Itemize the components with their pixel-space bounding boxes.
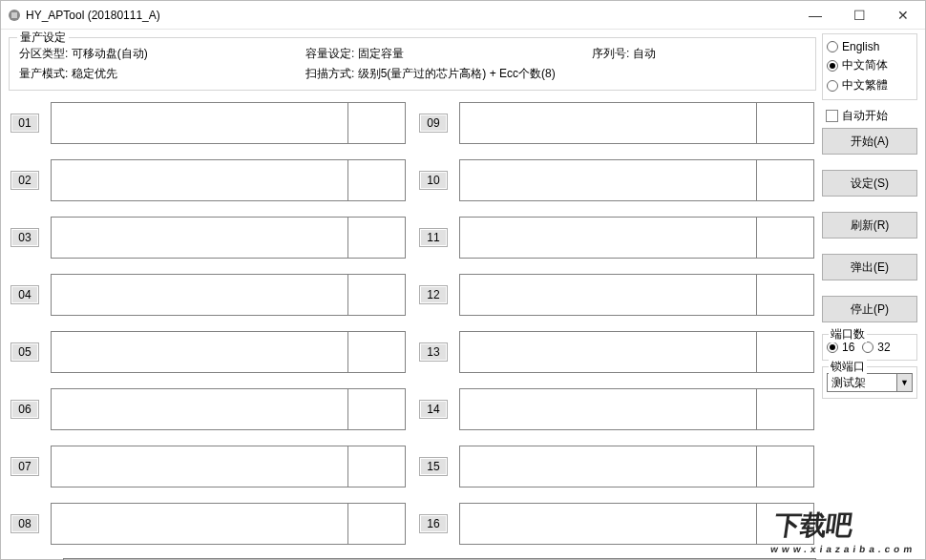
slot-button-14[interactable]: 14 bbox=[419, 400, 448, 419]
slot-button-11[interactable]: 11 bbox=[419, 228, 448, 247]
slot-field-main[interactable] bbox=[459, 217, 757, 259]
slot-row: 08 bbox=[11, 503, 406, 545]
slot-button-10[interactable]: 10 bbox=[419, 171, 448, 190]
slot-field-aux[interactable] bbox=[348, 102, 406, 144]
window-title: HY_APTool (20180111_A) bbox=[26, 9, 160, 22]
slot-field-main[interactable] bbox=[459, 159, 757, 201]
partition-type-label: 分区类型: 可移动盘(自动) bbox=[19, 46, 305, 62]
slot-field-aux[interactable] bbox=[348, 159, 406, 201]
chevron-down-icon[interactable]: ▼ bbox=[896, 374, 912, 391]
slot-field-aux[interactable] bbox=[757, 388, 814, 430]
slot-row: 11 bbox=[419, 217, 814, 259]
slot-row: 09 bbox=[419, 102, 814, 144]
slot-field-aux[interactable] bbox=[348, 274, 406, 316]
start-button[interactable]: 开始(A) bbox=[822, 128, 917, 155]
radio-icon bbox=[827, 60, 838, 72]
slot-field-main[interactable] bbox=[459, 388, 757, 430]
minimize-button[interactable]: — bbox=[793, 1, 837, 30]
close-button[interactable]: ✕ bbox=[881, 1, 925, 30]
slot-button-03[interactable]: 03 bbox=[11, 228, 39, 247]
settings-group: 量产设定 分区类型: 可移动盘(自动) 容量设定: 固定容量 序列号: 自动 量… bbox=[9, 37, 816, 91]
slot-field-aux[interactable] bbox=[757, 102, 814, 144]
slot-field-aux[interactable] bbox=[348, 388, 406, 430]
port-32[interactable]: 32 bbox=[862, 341, 890, 354]
lang-english-label: English bbox=[842, 40, 879, 53]
slot-field-aux[interactable] bbox=[348, 331, 406, 373]
stop-button[interactable]: 停止(P) bbox=[822, 296, 917, 322]
slot-row: 15 bbox=[419, 446, 814, 487]
slot-field-main[interactable] bbox=[459, 446, 757, 487]
slot-row: 16 bbox=[419, 503, 814, 545]
slot-button-04[interactable]: 04 bbox=[11, 285, 39, 304]
scan-label: 扫描方式: 级别5(量产过的芯片高格) + Ecc个数(8) bbox=[305, 66, 806, 82]
slot-field-aux[interactable] bbox=[757, 159, 814, 201]
slot-field-main[interactable] bbox=[51, 217, 348, 259]
slot-field-main[interactable] bbox=[51, 503, 348, 545]
auto-start-label: 自动开始 bbox=[842, 108, 888, 124]
lang-traditional[interactable]: 中文繁體 bbox=[827, 77, 913, 93]
slot-row: 02 bbox=[11, 159, 406, 201]
slots-grid: 0102030405060708 0910111213141516 bbox=[9, 102, 816, 545]
lang-english[interactable]: English bbox=[827, 40, 913, 53]
port-legend: 端口数 bbox=[829, 326, 867, 342]
slot-button-07[interactable]: 07 bbox=[11, 457, 39, 476]
port-16-label: 16 bbox=[842, 341, 854, 354]
slot-button-12[interactable]: 12 bbox=[419, 285, 448, 304]
slot-button-05[interactable]: 05 bbox=[11, 342, 39, 362]
slot-button-02[interactable]: 02 bbox=[11, 171, 39, 190]
slot-row: 04 bbox=[11, 274, 406, 316]
setting-button[interactable]: 设定(S) bbox=[822, 170, 917, 197]
lock-port-combo[interactable]: 测试架 ▼ bbox=[827, 373, 913, 392]
slot-field-aux[interactable] bbox=[757, 217, 814, 259]
lang-traditional-label: 中文繁體 bbox=[842, 77, 888, 93]
slot-button-06[interactable]: 06 bbox=[11, 400, 39, 419]
slot-row: 03 bbox=[11, 217, 406, 259]
title-bar: HY_APTool (20180111_A) — ☐ ✕ bbox=[1, 1, 925, 30]
slot-field-aux[interactable] bbox=[757, 274, 814, 316]
slot-row: 06 bbox=[11, 388, 406, 430]
slot-row: 14 bbox=[419, 388, 814, 430]
refresh-button[interactable]: 刷新(R) bbox=[822, 212, 917, 239]
slot-field-main[interactable] bbox=[459, 102, 757, 144]
slot-field-main[interactable] bbox=[459, 274, 757, 316]
slot-button-13[interactable]: 13 bbox=[419, 342, 448, 362]
slot-button-16[interactable]: 16 bbox=[419, 514, 448, 533]
language-group: English 中文简体 中文繁體 bbox=[822, 33, 917, 100]
lang-simplified-label: 中文简体 bbox=[842, 57, 888, 73]
refresh-button-label: 刷新(R) bbox=[851, 218, 890, 234]
svg-rect-1 bbox=[11, 12, 17, 18]
slot-button-01[interactable]: 01 bbox=[11, 114, 39, 133]
slot-field-aux[interactable] bbox=[348, 217, 406, 259]
slot-field-main[interactable] bbox=[51, 446, 348, 487]
slot-field-main[interactable] bbox=[51, 274, 348, 316]
slot-field-main[interactable] bbox=[51, 331, 348, 373]
slot-row: 05 bbox=[11, 331, 406, 373]
slot-button-15[interactable]: 15 bbox=[419, 457, 448, 476]
lock-port-value: 测试架 bbox=[828, 374, 896, 391]
eject-button[interactable]: 弹出(E) bbox=[822, 254, 917, 280]
setting-button-label: 设定(S) bbox=[851, 176, 889, 192]
slot-button-08[interactable]: 08 bbox=[11, 514, 39, 533]
slot-field-main[interactable] bbox=[51, 388, 348, 430]
lang-simplified[interactable]: 中文简体 bbox=[827, 57, 913, 73]
slot-row: 13 bbox=[419, 331, 814, 373]
maximize-button[interactable]: ☐ bbox=[837, 1, 881, 30]
slot-field-main[interactable] bbox=[459, 331, 757, 373]
slot-field-aux[interactable] bbox=[348, 446, 406, 487]
capacity-label: 容量设定: 固定容量 bbox=[305, 46, 592, 62]
auto-start-checkbox[interactable]: 自动开始 bbox=[822, 108, 917, 124]
settings-legend: 量产设定 bbox=[17, 30, 69, 46]
slot-row: 07 bbox=[11, 446, 406, 487]
radio-icon bbox=[862, 342, 873, 353]
port-16[interactable]: 16 bbox=[827, 341, 854, 354]
slot-field-aux[interactable] bbox=[348, 503, 406, 545]
slot-field-aux[interactable] bbox=[757, 331, 814, 373]
slot-field-aux[interactable] bbox=[757, 446, 814, 487]
slot-field-aux[interactable] bbox=[757, 503, 814, 545]
slot-button-09[interactable]: 09 bbox=[419, 114, 448, 133]
port-32-label: 32 bbox=[877, 341, 890, 354]
radio-icon bbox=[827, 80, 838, 92]
slot-field-main[interactable] bbox=[51, 102, 348, 144]
slot-field-main[interactable] bbox=[459, 503, 757, 545]
slot-field-main[interactable] bbox=[51, 159, 348, 201]
